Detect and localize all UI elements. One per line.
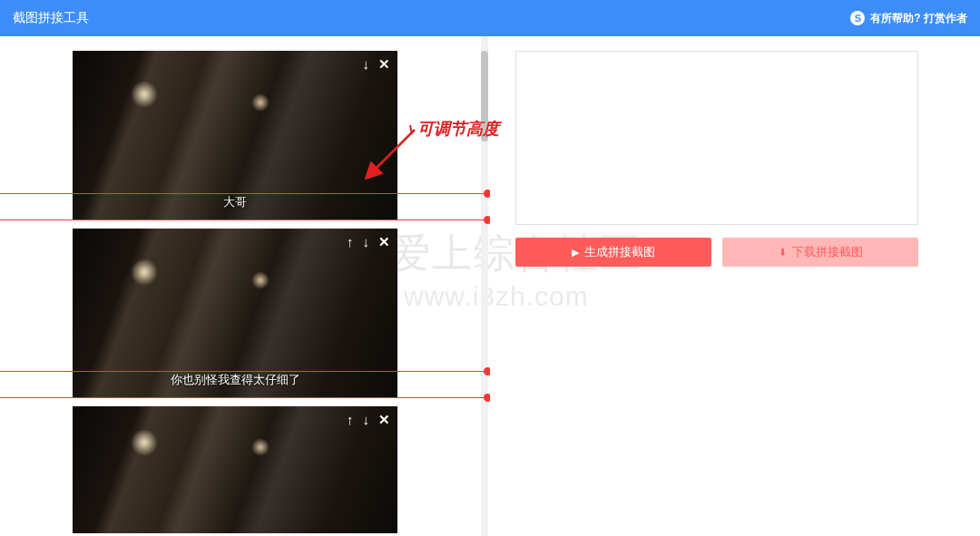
generate-button[interactable]: ▶ 生成拼接截图 bbox=[515, 238, 711, 267]
thumb-controls: ↑ ↓ ✕ bbox=[347, 412, 390, 428]
crop-handle[interactable] bbox=[484, 190, 490, 198]
move-down-icon[interactable]: ↓ bbox=[363, 234, 370, 250]
thumb-item: ↑ ↓ ✕ bbox=[73, 406, 397, 533]
screenshot-thumbnail[interactable]: ↓ ✕ 大哥 bbox=[73, 51, 397, 219]
screenshot-thumbnail[interactable]: ↑ ↓ ✕ bbox=[73, 406, 397, 533]
thumb-controls: ↑ ↓ ✕ bbox=[347, 234, 390, 250]
thumb-item: ↑ ↓ ✕ 你也别怪我查得太仔细了 bbox=[73, 229, 397, 397]
subtitle-text: 大哥 bbox=[223, 194, 247, 210]
tip-label: 有所帮助? 打赏作者 bbox=[870, 11, 967, 26]
dollar-icon: S bbox=[850, 11, 865, 25]
move-down-icon[interactable]: ↓ bbox=[363, 56, 370, 73]
thumb-item: ↓ ✕ 大哥 bbox=[73, 51, 397, 219]
crop-handle[interactable] bbox=[484, 394, 490, 402]
download-label: 下载拼接截图 bbox=[792, 244, 863, 260]
thumb-controls: ↓ ✕ bbox=[363, 56, 391, 73]
tip-link[interactable]: S 有所帮助? 打赏作者 bbox=[850, 11, 967, 26]
crop-line-bottom[interactable] bbox=[0, 219, 488, 220]
app-title: 截图拼接工具 bbox=[13, 10, 89, 26]
close-icon[interactable]: ✕ bbox=[378, 412, 390, 428]
move-up-icon[interactable]: ↑ bbox=[347, 234, 354, 250]
generate-label: 生成拼接截图 bbox=[584, 244, 655, 260]
crop-handle[interactable] bbox=[484, 216, 490, 224]
close-icon[interactable]: ✕ bbox=[378, 56, 390, 73]
screenshot-thumbnail[interactable]: ↑ ↓ ✕ 你也别怪我查得太仔细了 bbox=[73, 229, 397, 397]
move-down-icon[interactable]: ↓ bbox=[363, 412, 370, 428]
thumbnail-panel: ↓ ✕ 大哥 ↑ ↓ ✕ 你也别怪我查得太仔细了 bbox=[0, 36, 490, 536]
output-panel: ▶ 生成拼接截图 ⬇ 下载拼接截图 bbox=[490, 36, 980, 536]
play-icon: ▶ bbox=[572, 247, 579, 258]
download-icon: ⬇ bbox=[779, 247, 787, 258]
scrollbar-thumb[interactable] bbox=[481, 51, 488, 141]
preview-canvas bbox=[515, 51, 918, 225]
crop-handle[interactable] bbox=[484, 367, 490, 375]
download-button[interactable]: ⬇ 下载拼接截图 bbox=[722, 238, 918, 267]
move-up-icon[interactable]: ↑ bbox=[347, 412, 354, 428]
close-icon[interactable]: ✕ bbox=[378, 234, 390, 250]
app-header: 截图拼接工具 S 有所帮助? 打赏作者 bbox=[0, 0, 980, 36]
button-row: ▶ 生成拼接截图 ⬇ 下载拼接截图 bbox=[515, 238, 918, 267]
subtitle-text: 你也别怪我查得太仔细了 bbox=[171, 372, 300, 388]
crop-line-bottom[interactable] bbox=[0, 397, 488, 398]
main-content: ↓ ✕ 大哥 ↑ ↓ ✕ 你也别怪我查得太仔细了 bbox=[0, 36, 980, 536]
